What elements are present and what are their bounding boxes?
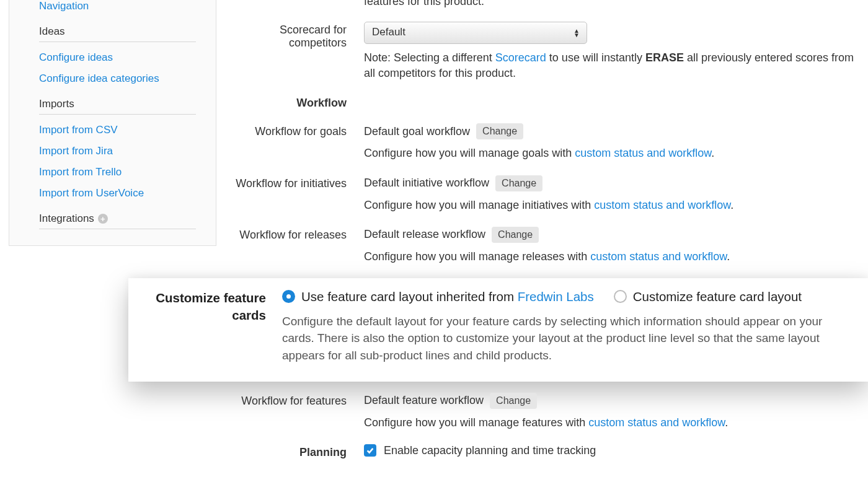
workflow-header: Workflow [228,95,364,110]
radio-unchecked-icon [614,290,627,303]
main-content: features for this product. Scorecard for… [216,0,868,473]
integrations-label: Integrations [39,212,94,225]
feature-cards-panel: Customize feature cards Use feature card… [128,278,868,382]
planning-checkbox[interactable] [364,444,376,457]
feature-cards-desc: Configure the default layout for your fe… [282,313,852,364]
feature-cards-opt1-text: Use feature card layout inherited from [301,289,518,304]
planning-checkbox-label: Enable capacity planning and time tracki… [384,444,596,457]
add-integration-icon[interactable]: + [98,214,108,224]
scorecard-select[interactable]: Default [364,22,587,44]
workflow-initiatives-change-button[interactable]: Change [495,175,542,191]
sidebar-section-imports: Imports [39,89,196,115]
workflow-features-link[interactable]: custom status and workflow [588,416,725,429]
sidebar-link-import-trello[interactable]: Import from Trello [39,162,196,183]
workflow-initiatives-label: Workflow for initiatives [228,175,364,213]
workflow-goals-label: Workflow for goals [228,123,364,161]
workflow-goals-change-button[interactable]: Change [476,123,523,139]
workflow-features-value: Default feature workflow [364,394,484,407]
sidebar-link-import-uservoice[interactable]: Import from UserVoice [39,183,196,204]
workflow-releases-desc: Configure how you will manage releases w… [364,249,862,265]
top-note: features for this product. [364,0,862,8]
workflow-features-desc: Configure how you will manage features w… [364,415,862,431]
sidebar-link-navigation[interactable]: Navigation [39,0,196,17]
scorecard-label: Scorecard for competitors [228,22,364,81]
workflow-releases-link[interactable]: custom status and workflow [590,250,727,263]
workflow-initiatives-value: Default initiative workflow [364,177,489,190]
workflow-goals-desc: Configure how you will manage goals with… [364,146,862,161]
workflow-initiatives-desc: Configure how you will manage initiative… [364,198,862,213]
sidebar: Navigation Ideas Configure ideas Configu… [9,0,216,246]
sidebar-section-ideas: Ideas [39,17,196,42]
sidebar-link-import-csv[interactable]: Import from CSV [39,120,196,141]
planning-label: Planning [228,444,364,459]
scorecard-link[interactable]: Scorecard [495,51,546,64]
workflow-initiatives-link[interactable]: custom status and workflow [594,199,730,211]
workflow-features-change-button[interactable]: Change [490,393,537,409]
workflow-releases-value: Default release workflow [364,228,485,241]
sidebar-link-import-jira[interactable]: Import from Jira [39,141,196,162]
workflow-releases-change-button[interactable]: Change [492,227,539,243]
feature-cards-label: Customize feature cards [144,289,282,364]
radio-checked-icon [282,290,295,303]
workflow-releases-label: Workflow for releases [228,227,364,265]
feature-cards-inherit-link[interactable]: Fredwin Labs [518,289,594,304]
sidebar-link-configure-ideas[interactable]: Configure ideas [39,47,196,68]
sidebar-section-integrations: Integrations + [39,204,196,229]
workflow-features-label: Workflow for features [228,393,364,431]
feature-cards-radio-customize[interactable]: Customize feature card layout [614,289,802,304]
check-icon [366,446,374,455]
sidebar-link-configure-idea-categories[interactable]: Configure idea categories [39,68,196,89]
workflow-goals-link[interactable]: custom status and workflow [575,147,711,159]
feature-cards-opt2-text: Customize feature card layout [633,289,802,304]
scorecard-note: Note: Selecting a different Scorecard to… [364,50,862,81]
workflow-goals-value: Default goal workflow [364,125,470,138]
feature-cards-radio-inherit[interactable]: Use feature card layout inherited from F… [282,289,594,304]
